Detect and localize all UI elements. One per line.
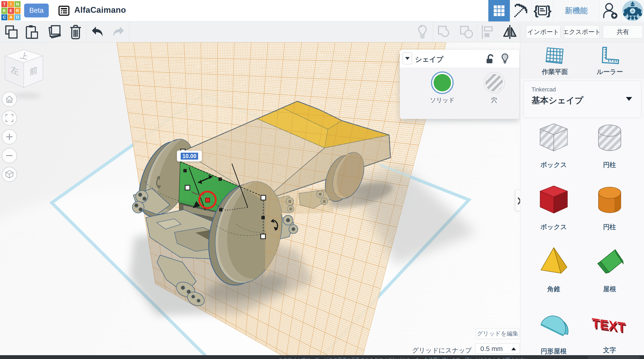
toolbar-divider — [86, 22, 86, 42]
shape-icon-box — [536, 182, 571, 217]
perspective-cube-icon — [5, 170, 14, 179]
ruler-tool[interactable]: ルーラー — [588, 46, 632, 76]
toolbar-divider — [477, 22, 477, 42]
logo-tile: N — [14, 1, 20, 7]
shape-icon-hole-cylinder — [592, 120, 627, 155]
avatar-tab[interactable] — [621, 0, 644, 22]
share-button[interactable]: 共有 — [603, 25, 643, 38]
delete-button[interactable] — [69, 22, 82, 42]
design-canvas[interactable]: 上 左 前 シェイプ — [0, 42, 520, 359]
dropdown-down-icon — [626, 97, 632, 101]
minecraft-pickaxe-icon — [512, 2, 529, 19]
snap-grid-select[interactable]: 0.5 mm — [475, 344, 520, 354]
shape-item-cylinder[interactable]: 円柱 — [584, 182, 635, 232]
solid-swatch-icon — [431, 71, 454, 94]
hole-option-label: 穴 — [472, 96, 516, 104]
avatar — [622, 0, 643, 21]
logo-tile: E — [8, 8, 14, 14]
edit-toolbar: インポート エクスポート 共有 — [0, 22, 644, 42]
hole-option[interactable]: 穴 — [472, 71, 516, 95]
solid-option-label: ソリッド — [420, 96, 465, 104]
sidebar-tools: 作業平面 ルーラー — [520, 42, 644, 78]
shape-grid: ボックス円柱ボックス円柱角錐屋根円形屋根TEXTTEXT文字 — [520, 120, 644, 355]
dashboard-grid-tab[interactable] — [488, 0, 510, 22]
redo-button[interactable] — [111, 22, 125, 42]
shape-item-hole-cylinder[interactable]: 円柱 — [584, 120, 635, 170]
shape-item-round-roof[interactable]: 円形屋根 — [528, 306, 580, 355]
whats-new-label: 新機能 — [565, 6, 588, 16]
svg-text:}: } — [546, 4, 552, 18]
fit-view-icon — [5, 114, 14, 122]
workplane-label: 作業平面 — [532, 68, 577, 76]
flip-mirror-icon — [503, 24, 517, 39]
shape-inspector-panel: シェイプ ソリッド — [400, 50, 519, 119]
add-user-tab[interactable] — [599, 0, 621, 22]
shape-icon-roof — [592, 244, 627, 279]
dropdown-up-icon — [512, 348, 516, 350]
svg-text:{: { — [534, 4, 539, 18]
shape-item-label: 円形屋根 — [528, 347, 580, 355]
shapes-sidebar: 作業平面 ルーラー Tinkercad 基本シェイプ ボックス円柱ボックス円柱角… — [520, 42, 644, 359]
snap-grid-label: グリッドにスナップ — [369, 346, 472, 355]
group-button[interactable] — [438, 22, 451, 42]
align-button[interactable] — [480, 22, 494, 42]
import-button[interactable]: インポート — [526, 25, 560, 38]
toolbar-divider — [129, 22, 130, 42]
sidebar-collapse-tab[interactable]: ❯ — [515, 190, 520, 211]
dimension-tooltip[interactable]: 10.00 — [177, 150, 202, 162]
shape-item-box[interactable]: ボックス — [528, 182, 580, 232]
shape-library-select[interactable]: Tinkercad 基本シェイプ — [523, 81, 641, 118]
shape-item-label: 屋根 — [584, 285, 635, 294]
workplane-tool[interactable]: 作業平面 — [532, 46, 577, 76]
active-resize-handle[interactable] — [206, 198, 210, 202]
panel-collapse-button[interactable] — [402, 52, 412, 64]
shape-item-roof[interactable]: 屋根 — [584, 244, 635, 294]
logo-tile: T — [1, 1, 8, 7]
perspective-toggle-button[interactable] — [2, 167, 17, 182]
edit-grid-button[interactable]: グリッドを編集 — [476, 328, 520, 339]
fit-view-button[interactable] — [2, 110, 17, 126]
workplane-icon — [545, 46, 564, 65]
shape-item-pyramid[interactable]: 角錐 — [528, 244, 580, 294]
shape-item-hole-box[interactable]: ボックス — [528, 120, 580, 170]
codeblocks-icon: { } — [533, 4, 552, 18]
shape-item-text[interactable]: TEXTTEXT文字 — [584, 306, 635, 355]
paste-button[interactable] — [25, 22, 38, 42]
shape-item-label: 円柱 — [584, 160, 635, 170]
light-toggle-button[interactable] — [416, 22, 429, 42]
beta-button[interactable]: Beta — [24, 4, 49, 18]
unlock-icon[interactable] — [486, 54, 495, 64]
home-view-button[interactable] — [2, 92, 17, 107]
codeblocks-tab[interactable]: { } — [532, 0, 553, 22]
solid-option[interactable]: ソリッド — [420, 71, 465, 95]
cookie-accept-button[interactable] — [588, 356, 640, 359]
export-button[interactable]: エクスポート — [564, 25, 600, 38]
snap-grid-value: 0.5 mm — [480, 345, 503, 352]
undo-button[interactable] — [90, 22, 104, 42]
copy-button[interactable] — [4, 22, 19, 42]
ungroup-button[interactable] — [460, 22, 474, 42]
lightbulb-icon — [417, 24, 428, 39]
hole-swatch-icon — [482, 71, 506, 94]
design-menu-icon[interactable] — [58, 5, 70, 18]
flip-button[interactable] — [503, 22, 517, 42]
whats-new-tab[interactable]: 新機能 — [553, 0, 599, 22]
zoom-in-button[interactable] — [2, 129, 17, 144]
ruler-icon — [600, 46, 620, 65]
blocks-editor-tab[interactable] — [510, 0, 532, 22]
ungroup-icon — [460, 26, 474, 38]
dimension-value[interactable]: 10.00 — [181, 153, 198, 160]
add-user-icon — [602, 2, 618, 20]
shape-icon-cylinder — [592, 182, 627, 217]
design-title[interactable]: AlfaCaimano — [74, 5, 126, 15]
logo-tile: D — [14, 14, 20, 20]
trash-icon — [70, 24, 82, 40]
hint-light-icon[interactable] — [501, 54, 508, 64]
toolbar-divider — [433, 22, 433, 42]
tinkercad-logo[interactable]: TINKERCAD — [1, 1, 20, 20]
zoom-out-button[interactable] — [2, 148, 17, 163]
library-name: 基本シェイプ — [532, 95, 584, 106]
duplicate-button[interactable] — [46, 22, 61, 42]
solid-swatch — [434, 74, 451, 92]
shape-panel-title: シェイプ — [415, 55, 444, 64]
